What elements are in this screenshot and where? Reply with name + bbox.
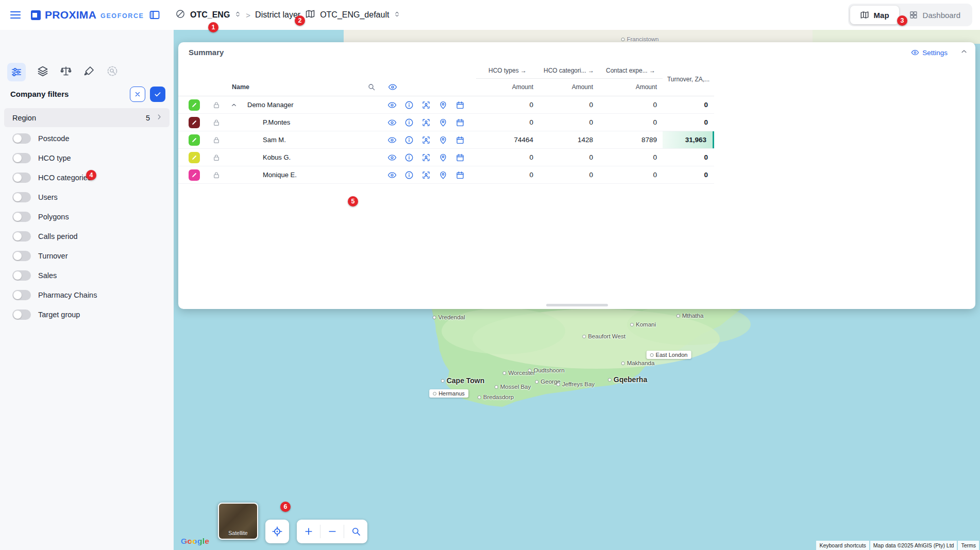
lock-icon[interactable] — [207, 166, 226, 183]
map-search-button[interactable] — [344, 520, 367, 543]
edit-pencil-icon[interactable] — [189, 134, 200, 146]
table-row-kobus-g[interactable]: Kobus G. 0 0 0 0 — [178, 149, 714, 166]
filter-row-pharmacy-chains: Pharmacy Chains — [0, 285, 174, 305]
column-group-hco-types[interactable]: HCO types → — [488, 67, 527, 74]
user-focus-icon[interactable] — [421, 118, 431, 127]
table-row-sam-m[interactable]: Sam M. 74464 1428 8789 31,963 — [178, 131, 714, 149]
hco-type-toggle[interactable] — [12, 153, 31, 163]
sidebar: Company filters Region 5 Postcode HCO ty… — [0, 30, 174, 550]
lock-icon[interactable] — [207, 131, 226, 148]
location-pin-icon[interactable] — [438, 170, 448, 180]
turnover-value: 0 — [663, 96, 714, 113]
project-selector-icon[interactable] — [234, 10, 241, 20]
view-switch: Map Dashboard — [848, 4, 972, 26]
calendar-icon[interactable] — [455, 153, 465, 162]
hco-categories-toggle[interactable] — [12, 173, 31, 183]
calendar-icon[interactable] — [455, 118, 465, 127]
breadcrumb-layer[interactable]: District layer — [255, 10, 300, 20]
top-bar: PROXIMA GEOFORCE OTC_ENG > District laye… — [0, 0, 980, 30]
panel-resize-handle[interactable] — [546, 304, 608, 306]
filters-tool-icon[interactable] — [7, 63, 26, 81]
calendar-icon[interactable] — [455, 100, 465, 110]
map-city-label: Vredendal — [432, 314, 465, 320]
zoom-out-button[interactable] — [320, 520, 344, 543]
target-group-toggle[interactable] — [12, 310, 31, 320]
location-pin-icon[interactable] — [438, 153, 448, 162]
pharmacy-chains-toggle[interactable] — [12, 290, 31, 300]
user-focus-icon[interactable] — [421, 135, 431, 145]
calendar-icon[interactable] — [455, 135, 465, 145]
settings-button[interactable]: Settings — [911, 48, 948, 57]
calls-period-toggle[interactable] — [12, 231, 31, 242]
edit-pencil-icon[interactable] — [189, 99, 200, 111]
edit-pencil-icon[interactable] — [189, 152, 200, 163]
table-row-monique-e[interactable]: Monique E. 0 0 0 0 — [178, 166, 714, 184]
info-icon[interactable] — [404, 118, 414, 127]
apply-filters-button[interactable] — [150, 87, 165, 102]
project-icon — [175, 9, 185, 21]
visibility-icon[interactable] — [387, 118, 397, 127]
edit-pencil-icon[interactable] — [189, 117, 200, 128]
zoom-controls — [297, 520, 367, 543]
zoom-in-button[interactable] — [297, 520, 320, 543]
brand-name: PROXIMA — [45, 9, 96, 21]
visibility-icon[interactable] — [387, 100, 397, 110]
hco-categories-amount: 0 — [539, 166, 599, 183]
column-group-contact-expenses[interactable]: Contact expe... → — [606, 67, 655, 74]
breadcrumb-map-config[interactable]: OTC_ENG_default — [320, 10, 389, 20]
area-search-tool-icon[interactable] — [106, 65, 119, 79]
locate-button[interactable] — [265, 520, 289, 543]
info-icon[interactable] — [404, 170, 414, 180]
column-group-turnover[interactable]: Turnover, ZA,... — [667, 76, 709, 83]
location-pin-icon[interactable] — [438, 118, 448, 127]
polygons-toggle[interactable] — [12, 212, 31, 222]
keyboard-shortcuts-link[interactable]: Keyboard shortcuts — [816, 541, 869, 550]
hco-categories-amount: 1428 — [539, 131, 599, 148]
map-canvas[interactable]: Francistown Vredendal Mthatha Komani Bea… — [174, 30, 980, 550]
tab-dashboard[interactable]: Dashboard — [899, 6, 970, 24]
user-focus-icon[interactable] — [421, 100, 431, 110]
visibility-icon[interactable] — [387, 153, 397, 162]
layers-tool-icon[interactable] — [37, 65, 49, 79]
collapse-row-icon[interactable] — [226, 96, 242, 113]
users-toggle[interactable] — [12, 192, 31, 202]
city-dot — [441, 379, 445, 383]
tab-map[interactable]: Map — [850, 6, 899, 24]
map-config-selector-icon[interactable] — [394, 10, 400, 20]
lock-icon[interactable] — [207, 149, 226, 166]
location-pin-icon[interactable] — [438, 135, 448, 145]
table-row-demo-manager[interactable]: Demo Manager 0 0 0 0 — [178, 96, 714, 114]
compare-tool-icon[interactable] — [60, 65, 72, 79]
user-focus-icon[interactable] — [421, 153, 431, 162]
terms-link[interactable]: Terms — [958, 541, 979, 550]
lock-icon[interactable] — [207, 96, 226, 113]
user-focus-icon[interactable] — [421, 170, 431, 180]
info-icon[interactable] — [404, 100, 414, 110]
turnover-value: 0 — [663, 166, 714, 183]
location-pin-icon[interactable] — [438, 100, 448, 110]
visibility-icon[interactable] — [387, 135, 397, 145]
menu-icon[interactable] — [9, 9, 22, 23]
sidebar-toggle-icon[interactable] — [148, 9, 161, 23]
region-filter-row[interactable]: Region 5 — [4, 108, 170, 127]
edit-pencil-icon[interactable] — [189, 169, 200, 181]
lock-icon[interactable] — [207, 114, 226, 131]
breadcrumb-project[interactable]: OTC_ENG — [190, 10, 230, 20]
dashboard-tab-label: Dashboard — [923, 11, 960, 20]
style-brush-tool-icon[interactable] — [83, 65, 95, 79]
info-icon[interactable] — [404, 153, 414, 162]
calendar-icon[interactable] — [455, 170, 465, 180]
satellite-view-toggle[interactable]: Satellite — [218, 503, 258, 540]
clear-filters-button[interactable] — [130, 87, 145, 102]
search-icon[interactable] — [367, 83, 376, 91]
sales-toggle[interactable] — [12, 270, 31, 281]
collapse-panel-button[interactable] — [960, 47, 968, 58]
postcode-toggle[interactable] — [12, 133, 31, 144]
visibility-column-icon[interactable] — [382, 82, 476, 92]
turnover-toggle[interactable] — [12, 251, 31, 261]
column-group-hco-categories[interactable]: HCO categori... → — [544, 67, 594, 74]
plus-icon — [303, 526, 314, 537]
visibility-icon[interactable] — [387, 170, 397, 180]
table-row-p-montes[interactable]: P.Montes 0 0 0 0 — [178, 114, 714, 131]
info-icon[interactable] — [404, 135, 414, 145]
